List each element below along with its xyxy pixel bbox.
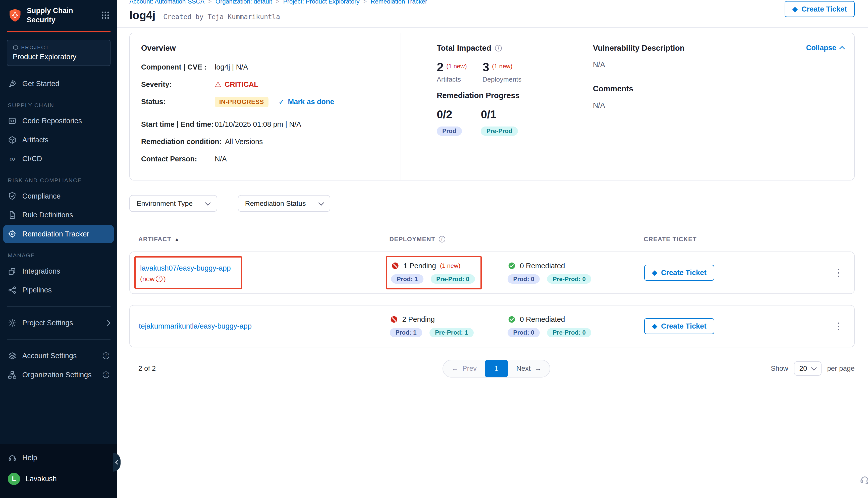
create-ticket-button[interactable]: ◆ Create Ticket xyxy=(644,265,714,281)
gear-icon xyxy=(8,318,17,328)
divider xyxy=(7,306,111,307)
breadcrumb-organization[interactable]: Organization: default xyxy=(216,0,272,5)
sidebar-item-artifacts[interactable]: Artifacts xyxy=(3,131,114,149)
severity-label: Severity: xyxy=(141,80,215,89)
sort-asc-icon: ▲ xyxy=(175,237,180,242)
vulnerability-description-value: N/A xyxy=(593,61,843,69)
prod-chip: Prod: 1 xyxy=(391,274,424,284)
sidebar-item-account-settings[interactable]: Account Settings i xyxy=(3,347,114,365)
prod-chip: Prod: 0 xyxy=(508,328,540,337)
sidebar-item-label: CI/CD xyxy=(22,155,42,163)
project-label: PROJECT xyxy=(21,45,49,51)
table-header: ARTIFACT ▲ DEPLOYMENT i CREATE TICKET xyxy=(129,233,854,246)
pending-new-count: (1 new) xyxy=(440,262,461,269)
artifacts-count: 2 xyxy=(437,61,443,74)
preprod-chip: Pre-Prod: 1 xyxy=(429,328,474,337)
column-header-artifact[interactable]: ARTIFACT ▲ xyxy=(138,236,389,243)
org-hierarchy-icon xyxy=(8,370,17,379)
info-icon[interactable]: i xyxy=(495,45,502,52)
row-menu-button[interactable]: ⋮ xyxy=(832,268,845,278)
ticket-icon: ◆ xyxy=(652,269,657,276)
section-supply-chain: SUPPLY CHAIN xyxy=(0,93,117,112)
sidebar-item-rule-definitions[interactable]: Rule Definitions xyxy=(3,206,114,224)
project-selector[interactable]: PROJECT Product Exploratory xyxy=(7,40,111,66)
sidebar-item-remediation-tracker[interactable]: Remediation Tracker xyxy=(3,225,114,243)
prod-chip: Prod: 1 xyxy=(390,328,422,337)
sidebar-item-organization-settings[interactable]: Organization Settings i xyxy=(3,366,114,384)
total-impacted-heading: Total Impacted xyxy=(437,44,491,53)
breadcrumb-separator: > xyxy=(276,0,279,5)
status-badge: IN-PROGRESS xyxy=(215,97,269,107)
prod-progress: 0/2 Prod xyxy=(437,108,462,136)
breadcrumb-remediation-tracker[interactable]: Remediation Tracker xyxy=(371,0,427,5)
sidebar: Supply Chain Security PROJECT Product Ex… xyxy=(0,0,117,498)
user-menu[interactable]: L Lavakush xyxy=(3,469,114,489)
breadcrumb-account[interactable]: Account: Automation-SSCA xyxy=(129,0,205,5)
next-page-button[interactable]: Next → xyxy=(508,360,550,377)
prod-progress-value: 0/2 xyxy=(437,108,462,121)
artifacts-stat-label: Artifacts xyxy=(437,76,467,83)
sidebar-item-pipelines[interactable]: Pipelines xyxy=(3,281,114,299)
details-column: Vulnerability Description N/A Comments N… xyxy=(575,33,854,180)
preprod-chip: Pre-Prod: 0 xyxy=(547,274,591,284)
table-row: tejakummarikuntla/easy-buggy-app 2 Pendi… xyxy=(129,305,854,348)
repo-icon xyxy=(8,117,17,126)
breadcrumb-separator: > xyxy=(208,0,211,5)
section-risk-compliance: RISK AND COMPLIANCE xyxy=(0,168,117,187)
page-number-button[interactable]: 1 xyxy=(485,360,508,378)
remediation-progress-heading: Remediation Progress xyxy=(437,91,569,100)
info-icon[interactable]: i xyxy=(439,236,445,243)
create-ticket-button[interactable]: ◆ Create Ticket xyxy=(785,1,855,17)
remediated-cell: 0 Remediated Prod: 0 Pre-Prod: 0 xyxy=(508,315,644,337)
deployments-count: 3 xyxy=(482,61,489,74)
mark-as-done-button[interactable]: ✓ Mark as done xyxy=(278,97,334,106)
contact-label: Contact Person: xyxy=(141,155,215,163)
row-menu-button[interactable]: ⋮ xyxy=(832,322,845,331)
info-icon: i xyxy=(103,352,109,359)
project-name: Product Exploratory xyxy=(13,53,104,61)
status-label: Status: xyxy=(141,97,215,106)
sidebar-item-cicd[interactable]: ∞ CI/CD xyxy=(3,150,114,168)
comments-value: N/A xyxy=(593,101,843,109)
environment-type-filter[interactable]: Environment Type xyxy=(129,195,217,212)
create-ticket-button[interactable]: ◆ Create Ticket xyxy=(644,318,714,335)
info-icon: i xyxy=(103,371,109,378)
warning-icon: ⚠ xyxy=(215,80,221,89)
annotation-box: 1 Pending (1 new) Prod: 1 Pre-Prod: 0 xyxy=(386,256,482,289)
per-page-label: per page xyxy=(827,365,855,372)
module-grid-icon[interactable] xyxy=(102,11,109,19)
breadcrumb: Account: Automation-SSCA > Organization:… xyxy=(129,0,854,5)
support-headset-icon[interactable] xyxy=(860,474,868,484)
breadcrumb-project[interactable]: Project: Product Exploratory xyxy=(283,0,359,5)
create-ticket-cell: ◆ Create Ticket xyxy=(644,318,832,335)
annotation-box: lavakush07/easy-buggy-app (new i ) xyxy=(134,256,242,289)
page-size-select[interactable]: 20 xyxy=(794,361,821,376)
filter-bar: Environment Type Remediation Status xyxy=(129,195,854,212)
info-icon[interactable]: i xyxy=(156,276,163,283)
pending-count: 2 Pending xyxy=(402,315,435,324)
condition-value: All Versions xyxy=(225,137,263,146)
sidebar-item-get-started[interactable]: Get Started xyxy=(3,75,114,93)
sidebar-item-integrations[interactable]: Integrations xyxy=(3,262,114,280)
sidebar-item-help[interactable]: Help xyxy=(3,449,114,467)
sidebar-item-label: Help xyxy=(22,454,37,462)
prev-page-button[interactable]: ← Prev xyxy=(443,360,485,377)
sidebar-item-code-repositories[interactable]: Code Repositories xyxy=(3,112,114,130)
artifact-link[interactable]: lavakush07/easy-buggy-app xyxy=(140,263,231,273)
collapse-button[interactable]: Collapse xyxy=(806,44,844,52)
project-icon xyxy=(13,45,18,50)
remediated-cell: 0 Remediated Prod: 0 Pre-Prod: 0 xyxy=(508,262,644,284)
artifact-link[interactable]: tejakummarikuntla/easy-buggy-app xyxy=(139,321,390,331)
sidebar-item-compliance[interactable]: Compliance xyxy=(3,187,114,205)
deployments-stat: 3 (1 new) Deployments xyxy=(482,61,521,83)
deployment-cell: 1 Pending (1 new) Prod: 1 Pre-Prod: 0 xyxy=(390,256,508,289)
preprod-chip: Pre-Prod: 0 xyxy=(547,328,591,337)
artifact-cell: lavakush07/easy-buggy-app (new i ) xyxy=(139,256,390,289)
sidebar-item-project-settings[interactable]: Project Settings xyxy=(3,314,114,332)
brand-header: Supply Chain Security xyxy=(7,0,111,32)
preprod-progress-value: 0/1 xyxy=(481,108,518,121)
remediation-status-filter[interactable]: Remediation Status xyxy=(238,195,330,212)
sidebar-item-label: Get Started xyxy=(22,80,60,88)
artifacts-new-count: (1 new) xyxy=(446,63,467,70)
pagination-bar: 2 of 2 ← Prev 1 Next → Show 20 xyxy=(129,360,854,378)
